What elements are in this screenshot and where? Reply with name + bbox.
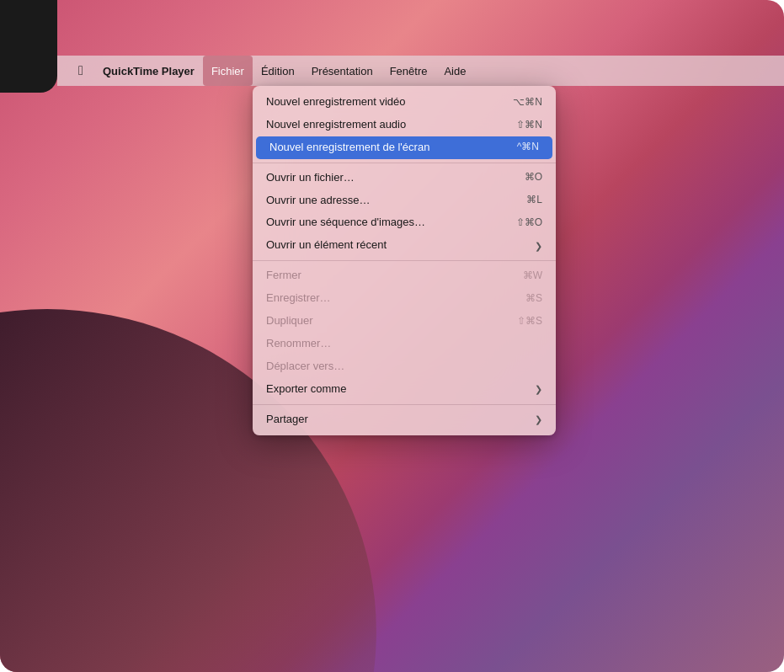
open-recent-chevron-icon: ❯ [535,240,542,252]
menu-item-open-file-shortcut: ⌘O [525,171,542,184]
menubar:  QuickTime Player Fichier Édition Prése… [57,56,784,86]
device-bezel [0,0,57,93]
menubar-aide[interactable]: Aide [435,56,474,86]
share-chevron-icon: ❯ [535,413,542,425]
menu-item-new-audio-shortcut: ⇧⌘N [516,119,542,132]
menu-item-open-file-label: Ouvrir un fichier… [266,171,525,185]
menu-item-open-sequence[interactable]: Ouvrir une séquence d'images… ⇧⌘O [253,211,556,234]
menu-item-new-screen-shortcut: ^⌘N [517,141,539,154]
menu-item-duplicate-shortcut: ⇧⌘S [517,315,542,328]
menu-item-save-label: Enregistrer… [266,291,525,306]
menu-item-close-shortcut: ⌘W [523,269,542,283]
menu-item-new-video-shortcut: ⌥⌘N [513,96,542,109]
menu-item-share-label: Partager [266,413,535,427]
menu-item-new-screen[interactable]: Nouvel enregistrement de l'écran ^⌘N [256,136,552,159]
menu-item-move-to: Déplacer vers… [253,355,556,378]
menu-item-export-as-label: Exporter comme [266,382,535,397]
export-as-chevron-icon: ❯ [535,383,542,395]
separator-3 [253,404,556,405]
menu-item-save: Enregistrer… ⌘S [253,287,556,310]
menu-item-new-audio[interactable]: Nouvel enregistrement audio ⇧⌘N [253,114,556,136]
apple-menu[interactable]:  [67,56,94,86]
menu-item-rename: Renommer… [253,333,556,355]
menu-item-save-shortcut: ⌘S [525,292,542,306]
menu-item-close-label: Fermer [266,269,523,283]
menu-item-open-sequence-shortcut: ⇧⌘O [516,216,542,230]
menu-item-close: Fermer ⌘W [253,264,556,287]
menu-item-new-video[interactable]: Nouvel enregistrement vidéo ⌥⌘N [253,91,556,114]
menu-item-open-recent[interactable]: Ouvrir un élément récent ❯ [253,234,556,257]
menu-item-duplicate: Dupliquer ⇧⌘S [253,310,556,333]
menubar-app-name[interactable]: QuickTime Player [94,56,203,86]
menu-item-export-as[interactable]: Exporter comme ❯ [253,378,556,401]
separator-1 [253,163,556,163]
menu-item-open-file[interactable]: Ouvrir un fichier… ⌘O [253,167,556,189]
menu-item-new-audio-label: Nouvel enregistrement audio [266,118,516,132]
menubar-presentation[interactable]: Présentation [303,56,381,86]
menu-item-open-sequence-label: Ouvrir une séquence d'images… [266,216,516,230]
menubar-fenetre[interactable]: Fenêtre [381,56,436,86]
separator-2 [253,260,556,261]
menu-item-share[interactable]: Partager ❯ [253,408,556,431]
menubar-fichier[interactable]: Fichier [203,56,253,86]
menu-item-open-address-label: Ouvrir une adresse… [266,194,526,208]
menu-item-move-to-label: Déplacer vers… [266,360,542,374]
fichier-dropdown-menu: Nouvel enregistrement vidéo ⌥⌘N Nouvel e… [253,86,556,435]
menu-item-open-address-shortcut: ⌘L [526,194,542,207]
menubar-edition[interactable]: Édition [253,56,303,86]
menu-item-new-video-label: Nouvel enregistrement vidéo [266,95,513,109]
menu-item-rename-label: Renommer… [266,337,542,351]
menu-item-open-recent-label: Ouvrir un élément récent [266,238,535,253]
menu-item-duplicate-label: Dupliquer [266,314,517,328]
menu-item-new-screen-label: Nouvel enregistrement de l'écran [269,141,517,155]
menu-item-open-address[interactable]: Ouvrir une adresse… ⌘L [253,189,556,212]
